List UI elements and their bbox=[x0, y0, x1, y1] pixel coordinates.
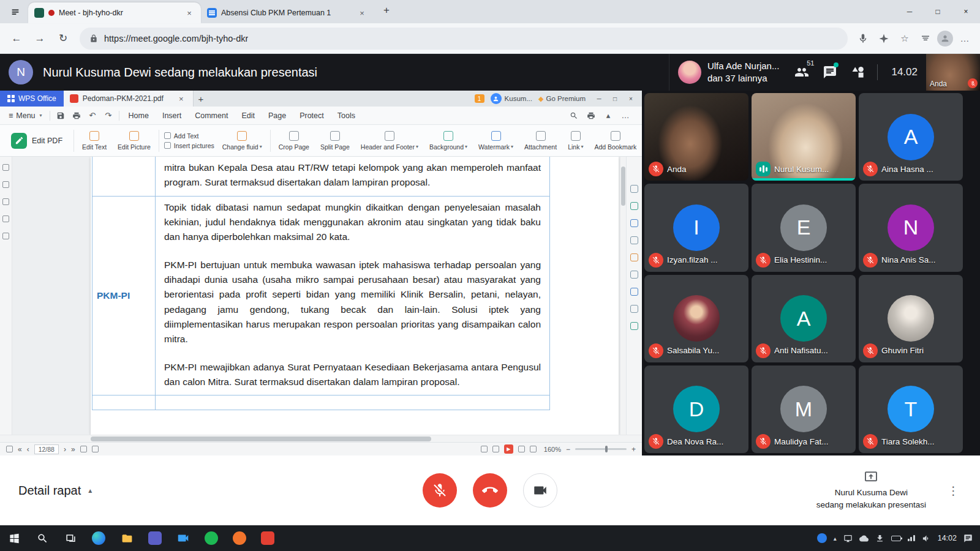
favorites-icon[interactable]: ☆ bbox=[895, 29, 914, 48]
wps-home-tab[interactable]: WPS Office bbox=[0, 91, 64, 107]
wps-taskbar-icon[interactable] bbox=[254, 525, 282, 551]
attachment-button[interactable]: Attachment bbox=[521, 126, 560, 156]
wps-account[interactable]: Kusum... bbox=[491, 93, 532, 104]
side-tool-icon[interactable] bbox=[630, 253, 638, 261]
print-preview-icon[interactable] bbox=[583, 111, 599, 120]
activities-button[interactable] bbox=[844, 58, 872, 87]
participant-tile[interactable]: Nurul Kusum... bbox=[752, 93, 856, 181]
find-icon[interactable] bbox=[566, 111, 582, 120]
search-panel-icon[interactable] bbox=[2, 233, 9, 239]
meeting-details-button[interactable]: Detail rapat ▴ bbox=[18, 484, 92, 498]
leave-call-button[interactable] bbox=[473, 473, 507, 508]
address-bar[interactable]: https://meet.google.com/bjh-tyho-dkr bbox=[80, 28, 848, 50]
wps-tab-close-icon[interactable]: × bbox=[176, 93, 187, 104]
watermark-button[interactable]: Watermark▾ bbox=[475, 126, 516, 156]
tab-close-icon[interactable]: × bbox=[184, 7, 195, 18]
participant-tile[interactable]: M Maulidya Fat... bbox=[752, 365, 856, 453]
usb-icon[interactable] bbox=[875, 534, 884, 543]
back-button[interactable]: ← bbox=[6, 28, 27, 49]
wps-new-tab-button[interactable]: + bbox=[194, 94, 208, 104]
tab-list-icon[interactable] bbox=[6, 3, 24, 21]
play-presentation-icon[interactable]: ▶ bbox=[504, 444, 513, 454]
wps-menu-button[interactable]: ≡ Menu ▾ bbox=[4, 107, 47, 124]
side-tool-icon[interactable] bbox=[630, 271, 638, 279]
app-icon-orange[interactable] bbox=[225, 525, 254, 551]
participant-tile[interactable]: Ghuvin Fitri bbox=[859, 275, 963, 362]
read-mode-icon[interactable] bbox=[518, 446, 525, 452]
side-tool-icon[interactable] bbox=[630, 185, 638, 193]
wps-document-tab[interactable]: Pedoman-PKM-2021.pdf × bbox=[64, 91, 194, 107]
taskbar-clock[interactable]: 14:02 bbox=[938, 534, 957, 542]
zoom-in-button[interactable]: + bbox=[631, 446, 636, 453]
participant-tile[interactable]: T Tiara Solekh... bbox=[859, 365, 963, 453]
participants-summary[interactable]: Ulfa Ade Nurjan... dan 37 lainnya bbox=[669, 54, 788, 91]
volume-icon[interactable] bbox=[922, 534, 931, 543]
edit-text-button[interactable]: Edit Text bbox=[79, 126, 110, 156]
go-premium-button[interactable]: ◆ Go Premium bbox=[538, 95, 586, 103]
annotation-panel-icon[interactable] bbox=[2, 216, 9, 222]
wps-menu-protect[interactable]: Protect bbox=[293, 107, 331, 124]
battery-icon[interactable] bbox=[891, 536, 901, 541]
side-tool-icon[interactable] bbox=[630, 236, 638, 244]
edit-picture-button[interactable]: Edit Picture bbox=[115, 126, 154, 156]
task-view-button[interactable] bbox=[56, 525, 85, 551]
horizontal-scrollbar[interactable] bbox=[0, 435, 642, 442]
side-tool-icon[interactable] bbox=[630, 288, 638, 296]
participant-tile[interactable]: Salsabila Yu... bbox=[644, 275, 748, 362]
split-page-button[interactable]: Split Page bbox=[317, 126, 353, 156]
participant-tile[interactable]: I Izyan.filzah ... bbox=[644, 184, 748, 271]
add-bookmark-button[interactable]: Add Bookmark bbox=[591, 126, 639, 156]
attachment-panel-icon[interactable] bbox=[2, 198, 9, 205]
zoom-level[interactable]: 160% bbox=[544, 446, 561, 453]
insert-pictures-button[interactable]: Insert pictures bbox=[164, 142, 214, 149]
thumbnail-panel-icon[interactable] bbox=[2, 181, 9, 188]
header-footer-button[interactable]: Header and Footer▾ bbox=[358, 126, 421, 156]
tray-app-icon[interactable] bbox=[817, 533, 827, 543]
redo-icon[interactable]: ↷ bbox=[100, 107, 116, 124]
link-button[interactable]: Link▾ bbox=[565, 126, 586, 156]
page-number-indicator[interactable]: 12/88 bbox=[34, 444, 59, 454]
browser-tab-meet[interactable]: Meet - bjh-tyho-dkr × bbox=[28, 2, 201, 23]
participant-tile[interactable]: D Dea Nova Ra... bbox=[644, 365, 748, 453]
previous-page-button[interactable]: ‹ bbox=[27, 446, 29, 453]
camera-app-icon[interactable] bbox=[169, 525, 197, 551]
browser-tab-absensi[interactable]: Absensi Club PKM Pertemuan 1 × bbox=[201, 4, 374, 22]
wps-maximize-button[interactable]: □ bbox=[608, 92, 622, 105]
app-icon-purple[interactable] bbox=[141, 525, 169, 551]
self-view-thumbnail[interactable]: Anda bbox=[926, 54, 980, 91]
full-screen-icon[interactable] bbox=[530, 446, 537, 452]
browser-menu-icon[interactable]: … bbox=[956, 29, 974, 48]
action-center-icon[interactable] bbox=[963, 534, 973, 543]
onedrive-icon[interactable] bbox=[859, 534, 869, 543]
spotify-icon[interactable] bbox=[197, 525, 225, 551]
zoom-out-button[interactable]: − bbox=[566, 446, 570, 453]
bookmark-panel-icon[interactable] bbox=[2, 164, 9, 171]
wps-close-button[interactable]: × bbox=[624, 92, 638, 105]
collapse-ribbon-icon[interactable]: ▴ bbox=[600, 111, 616, 120]
participant-tile[interactable]: N Nina Anis Sa... bbox=[859, 184, 963, 271]
people-button[interactable]: 51 bbox=[788, 58, 816, 87]
tab-close-icon[interactable]: × bbox=[356, 7, 368, 18]
wps-menu-comment[interactable]: Comment bbox=[188, 107, 235, 124]
side-tool-icon[interactable] bbox=[630, 202, 638, 210]
wps-menu-page[interactable]: Page bbox=[262, 107, 293, 124]
window-restore-button[interactable]: □ bbox=[924, 0, 952, 23]
mic-toggle-button[interactable] bbox=[423, 473, 457, 508]
fit-page-icon[interactable] bbox=[492, 446, 499, 452]
participant-tile[interactable]: A Aina Hasna ... bbox=[859, 93, 963, 181]
refresh-button[interactable]: ↻ bbox=[53, 28, 74, 49]
forward-button[interactable]: → bbox=[29, 28, 50, 49]
scrollbar-thumb[interactable] bbox=[91, 437, 431, 441]
crop-page-button[interactable]: Crop Page bbox=[276, 126, 312, 156]
new-tab-button[interactable]: + bbox=[379, 2, 394, 18]
network-icon[interactable] bbox=[908, 535, 915, 541]
browser-essentials-icon[interactable] bbox=[875, 29, 893, 48]
last-page-button[interactable]: » bbox=[71, 446, 75, 453]
participant-tile[interactable]: E Elia Hestinin... bbox=[752, 184, 856, 271]
change-fluid-button[interactable]: Change fluid▾ bbox=[219, 126, 265, 156]
zoom-slider[interactable] bbox=[575, 448, 627, 450]
vertical-scrollbar[interactable] bbox=[620, 157, 626, 435]
file-explorer-icon[interactable] bbox=[113, 525, 141, 551]
side-tool-icon[interactable] bbox=[630, 219, 638, 227]
add-text-button[interactable]: Add Text bbox=[164, 132, 214, 140]
